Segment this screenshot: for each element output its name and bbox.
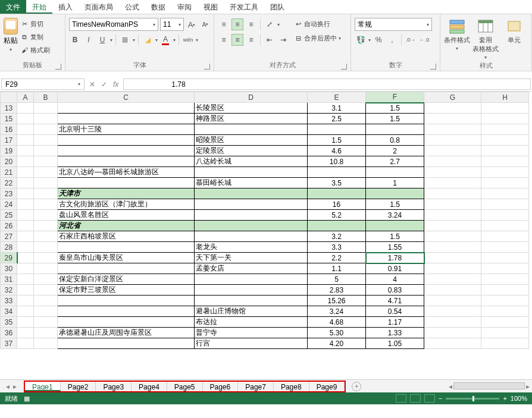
row-header[interactable]: 31 [1, 274, 17, 285]
menu-tab-团队[interactable]: 团队 [264, 0, 290, 14]
cell[interactable] [17, 306, 34, 317]
cell[interactable]: 1.5 [308, 135, 366, 146]
cell[interactable] [195, 167, 308, 178]
cell[interactable] [17, 285, 34, 296]
row-header[interactable]: 32 [1, 285, 17, 296]
cell[interactable] [424, 188, 481, 199]
cell[interactable] [424, 103, 481, 114]
cell[interactable] [481, 188, 529, 199]
cell[interactable] [17, 188, 34, 199]
cell[interactable]: 承德避暑山庄及周围寺庙景区 [58, 328, 195, 338]
cell[interactable] [481, 146, 529, 156]
scroll-left-icon[interactable]: ◂ [449, 382, 452, 391]
cell[interactable] [34, 285, 58, 296]
cell[interactable]: 布达拉 [195, 317, 308, 328]
cell[interactable] [17, 167, 34, 178]
cell[interactable] [424, 199, 481, 210]
cell[interactable] [195, 221, 308, 231]
cell[interactable] [481, 103, 529, 114]
cell[interactable] [481, 178, 529, 188]
cell[interactable]: 1.5 [366, 231, 424, 242]
zoom-slider[interactable] [446, 398, 499, 400]
zoom-out-button[interactable]: − [439, 395, 442, 402]
chevron-down-icon[interactable]: ▾ [10, 47, 12, 52]
cell[interactable] [34, 274, 58, 285]
col-header-C[interactable]: C [58, 92, 195, 103]
cell[interactable] [481, 156, 529, 167]
cell[interactable] [481, 135, 529, 146]
cell[interactable] [58, 317, 195, 328]
cell[interactable]: 0.83 [366, 285, 424, 296]
merge-center-button[interactable]: ⊟合并后居中▾ [294, 32, 341, 44]
row-header[interactable]: 24 [1, 199, 17, 210]
menu-tab-页面布局[interactable]: 页面布局 [79, 0, 119, 14]
col-header-E[interactable]: E [308, 92, 366, 103]
cell[interactable] [17, 178, 34, 188]
cell[interactable]: 3.5 [308, 178, 366, 188]
cell[interactable]: 保定安新白洋淀景区 [58, 274, 195, 285]
cell[interactable] [34, 263, 58, 274]
cell[interactable] [34, 231, 58, 242]
cell[interactable]: 孟姜女店 [195, 263, 308, 274]
cell[interactable]: 北京明十三陵 [58, 124, 195, 135]
cell[interactable]: 4.71 [366, 296, 424, 306]
cell[interactable] [34, 114, 58, 124]
view-pagebreak-button[interactable] [424, 394, 435, 403]
cell[interactable] [424, 167, 481, 178]
tab-nav-next-icon[interactable]: ▸ [13, 382, 17, 391]
cell[interactable]: 2.83 [308, 285, 366, 296]
cell[interactable] [17, 221, 34, 231]
cell[interactable] [58, 338, 195, 349]
row-header[interactable]: 26 [1, 221, 17, 231]
row-header[interactable]: 25 [1, 210, 17, 221]
tab-nav-prev-icon[interactable]: ◂ [6, 382, 10, 391]
fx-icon[interactable]: fx [113, 80, 118, 89]
cell[interactable] [481, 317, 529, 328]
cell[interactable] [424, 178, 481, 188]
cell[interactable] [424, 242, 481, 253]
cell[interactable] [195, 124, 308, 135]
cell[interactable] [17, 231, 34, 242]
cell[interactable] [424, 146, 481, 156]
cell[interactable] [17, 274, 34, 285]
cancel-icon[interactable]: ✕ [89, 80, 95, 89]
cell[interactable]: 避暑山庄博物馆 [195, 306, 308, 317]
menu-tab-插入[interactable]: 插入 [52, 0, 79, 14]
cell[interactable] [17, 328, 34, 338]
grow-font-button[interactable]: A▴ [186, 18, 198, 30]
cell[interactable] [34, 199, 58, 210]
font-color-button[interactable]: A [159, 34, 171, 46]
cell[interactable] [17, 103, 34, 114]
select-all-corner[interactable] [1, 92, 17, 103]
cell[interactable]: 2 [366, 146, 424, 156]
cell[interactable] [481, 221, 529, 231]
cell[interactable]: 1.1 [308, 263, 366, 274]
row-header[interactable]: 37 [1, 338, 17, 349]
font-size-select[interactable]: 11▾ [160, 18, 184, 31]
chevron-down-icon[interactable]: ▾ [173, 37, 176, 43]
row-header[interactable]: 28 [1, 242, 17, 253]
cell[interactable] [58, 306, 195, 317]
cell[interactable]: 盘山风景名胜区 [58, 210, 195, 221]
font-name-select[interactable]: TimesNewRomanPS▾ [69, 18, 158, 31]
align-left-button[interactable]: ≡ [218, 34, 230, 46]
cell[interactable]: 4 [366, 274, 424, 285]
cell[interactable] [58, 242, 195, 253]
cell[interactable] [17, 199, 34, 210]
sheet-tab-Page5[interactable]: Page5 [167, 382, 203, 391]
cell[interactable]: 0.8 [366, 135, 424, 146]
col-header-H[interactable]: H [481, 92, 529, 103]
cell[interactable] [17, 114, 34, 124]
row-header[interactable]: 20 [1, 156, 17, 167]
cell-style-button[interactable]: 单元 [501, 15, 527, 45]
menu-tab-公式[interactable]: 公式 [119, 0, 145, 14]
cell[interactable] [481, 124, 529, 135]
cell[interactable]: 1.78 [366, 253, 424, 263]
orientation-button[interactable]: ⤢ [264, 18, 276, 30]
cell[interactable] [17, 338, 34, 349]
sheet-tab-Page2[interactable]: Page2 [61, 382, 96, 391]
fill-color-button[interactable]: ◢ [142, 34, 154, 46]
cell[interactable]: 5.2 [308, 210, 366, 221]
row-header[interactable]: 34 [1, 306, 17, 317]
row-header[interactable]: 30 [1, 263, 17, 274]
